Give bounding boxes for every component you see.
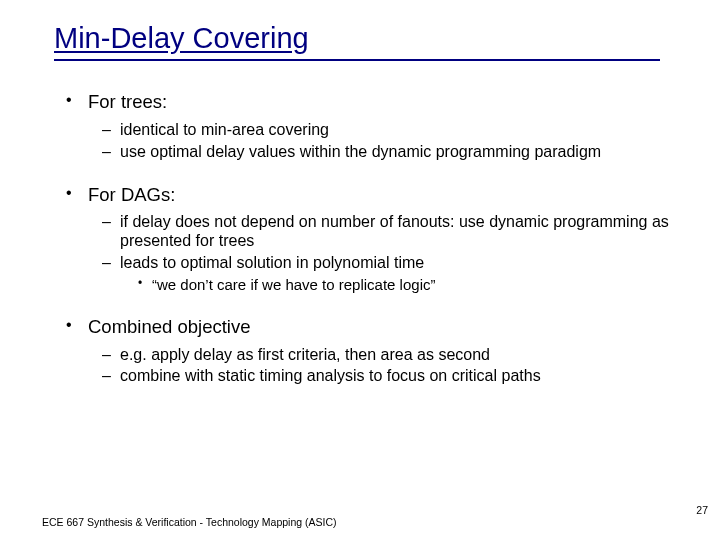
bullet-3: Combined objective e.g. apply delay as f… [60, 316, 680, 387]
bullet-3-sub-1: e.g. apply delay as first criteria, then… [98, 346, 680, 365]
bullet-3-label: Combined objective [88, 316, 250, 337]
bullet-2-sublist: if delay does not depend on number of fa… [98, 213, 680, 293]
bullet-list: For trees: identical to min-area coverin… [60, 91, 680, 386]
bullet-2-sub-2-text: leads to optimal solution in polynomial … [120, 254, 424, 271]
slide-title: Min-Delay Covering [54, 22, 660, 61]
bullet-3-sublist: e.g. apply delay as first criteria, then… [98, 346, 680, 387]
bullet-2-sub-2-sublist: “we don’t care if we have to replicate l… [134, 276, 680, 294]
bullet-1-sub-2: use optimal delay values within the dyna… [98, 143, 680, 162]
slide: Min-Delay Covering For trees: identical … [0, 0, 720, 540]
page-number: 27 [696, 504, 708, 516]
bullet-1: For trees: identical to min-area coverin… [60, 91, 680, 162]
bullet-2-label: For DAGs: [88, 184, 175, 205]
bullet-1-sub-1: identical to min-area covering [98, 121, 680, 140]
bullet-2-sub-2: leads to optimal solution in polynomial … [98, 254, 680, 294]
title-text: Min-Delay Covering [54, 22, 309, 54]
footer-text: ECE 667 Synthesis & Verification - Techn… [42, 516, 337, 528]
bullet-1-sublist: identical to min-area covering use optim… [98, 121, 680, 162]
bullet-2: For DAGs: if delay does not depend on nu… [60, 184, 680, 294]
bullet-1-label: For trees: [88, 91, 167, 112]
slide-body: For trees: identical to min-area coverin… [54, 91, 680, 386]
bullet-2-sub-1: if delay does not depend on number of fa… [98, 213, 680, 251]
bullet-3-sub-2: combine with static timing analysis to f… [98, 367, 680, 386]
bullet-2-sub-2-quote: “we don’t care if we have to replicate l… [134, 276, 680, 294]
